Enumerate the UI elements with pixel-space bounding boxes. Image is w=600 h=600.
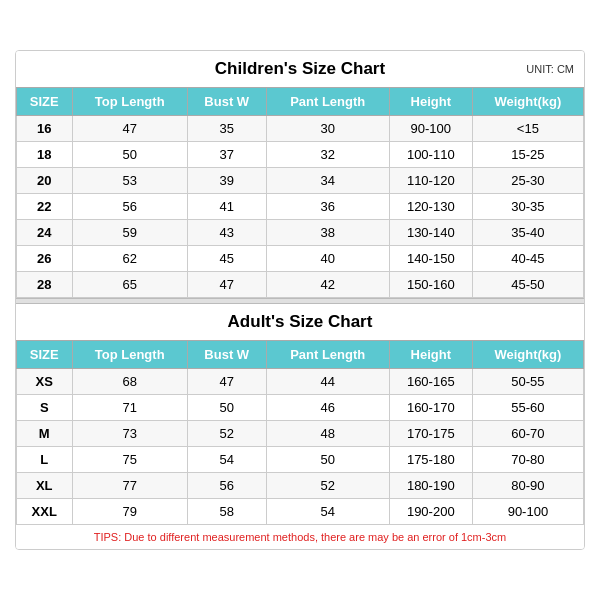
table-row: 20533934110-12025-30 [17, 168, 584, 194]
table-cell: 30-35 [472, 194, 583, 220]
table-cell: 30 [266, 116, 389, 142]
table-cell: 25-30 [472, 168, 583, 194]
table-cell: 68 [72, 369, 187, 395]
adult-title-text: Adult's Size Chart [228, 312, 373, 331]
table-cell: 140-150 [389, 246, 472, 272]
table-row: XL775652180-19080-90 [17, 473, 584, 499]
table-cell: 77 [72, 473, 187, 499]
table-row: L755450175-18070-80 [17, 447, 584, 473]
table-cell: 170-175 [389, 421, 472, 447]
table-cell: S [17, 395, 73, 421]
table-cell: 16 [17, 116, 73, 142]
table-row: 28654742150-16045-50 [17, 272, 584, 298]
children-tbody: 1647353090-100<1518503732100-11015-25205… [17, 116, 584, 298]
children-title-text: Children's Size Chart [215, 59, 385, 78]
table-cell: 48 [266, 421, 389, 447]
table-cell: 130-140 [389, 220, 472, 246]
table-cell: 180-190 [389, 473, 472, 499]
table-row: 24594338130-14035-40 [17, 220, 584, 246]
table-cell: 71 [72, 395, 187, 421]
table-cell: 45 [187, 246, 266, 272]
size-chart-container: Children's Size Chart UNIT: CM SIZETop L… [15, 50, 585, 550]
table-cell: 65 [72, 272, 187, 298]
table-cell: 47 [187, 272, 266, 298]
table-cell: 34 [266, 168, 389, 194]
table-cell: 37 [187, 142, 266, 168]
table-cell: 59 [72, 220, 187, 246]
table-row: 26624540140-15040-45 [17, 246, 584, 272]
table-cell: 20 [17, 168, 73, 194]
table-cell: 18 [17, 142, 73, 168]
table-cell: 47 [72, 116, 187, 142]
table-cell: 60-70 [472, 421, 583, 447]
table-row: M735248170-17560-70 [17, 421, 584, 447]
table-cell: 90-100 [389, 116, 472, 142]
table-cell: 22 [17, 194, 73, 220]
table-cell: 50 [266, 447, 389, 473]
adult-header-cell: Weight(kg) [472, 341, 583, 369]
table-cell: 41 [187, 194, 266, 220]
adult-header-cell: Pant Length [266, 341, 389, 369]
table-cell: 100-110 [389, 142, 472, 168]
table-cell: XXL [17, 499, 73, 525]
adult-header-cell: Top Length [72, 341, 187, 369]
table-cell: 73 [72, 421, 187, 447]
table-row: 22564136120-13030-35 [17, 194, 584, 220]
table-row: 1647353090-100<15 [17, 116, 584, 142]
table-cell: 150-160 [389, 272, 472, 298]
table-cell: 40-45 [472, 246, 583, 272]
table-cell: 54 [266, 499, 389, 525]
table-row: XXL795854190-20090-100 [17, 499, 584, 525]
table-cell: <15 [472, 116, 583, 142]
table-cell: 32 [266, 142, 389, 168]
tips-text: TIPS: Due to different measurement metho… [16, 525, 584, 549]
table-cell: 54 [187, 447, 266, 473]
table-cell: L [17, 447, 73, 473]
table-cell: 43 [187, 220, 266, 246]
table-cell: 79 [72, 499, 187, 525]
children-header-cell: Top Length [72, 88, 187, 116]
table-cell: 50 [72, 142, 187, 168]
table-cell: 160-165 [389, 369, 472, 395]
table-cell: 70-80 [472, 447, 583, 473]
table-row: S715046160-17055-60 [17, 395, 584, 421]
table-cell: 56 [72, 194, 187, 220]
adult-section-title: Adult's Size Chart [16, 304, 584, 340]
table-cell: 38 [266, 220, 389, 246]
table-cell: M [17, 421, 73, 447]
adult-table: SIZETop LengthBust WPant LengthHeightWei… [16, 340, 584, 525]
table-cell: 44 [266, 369, 389, 395]
table-cell: 160-170 [389, 395, 472, 421]
table-cell: 110-120 [389, 168, 472, 194]
table-cell: 80-90 [472, 473, 583, 499]
table-cell: 90-100 [472, 499, 583, 525]
table-cell: 120-130 [389, 194, 472, 220]
children-header-cell: Pant Length [266, 88, 389, 116]
children-header-row: SIZETop LengthBust WPant LengthHeightWei… [17, 88, 584, 116]
table-cell: 47 [187, 369, 266, 395]
table-cell: 39 [187, 168, 266, 194]
table-cell: 56 [187, 473, 266, 499]
table-cell: 190-200 [389, 499, 472, 525]
table-cell: XL [17, 473, 73, 499]
table-cell: 46 [266, 395, 389, 421]
table-cell: 50-55 [472, 369, 583, 395]
unit-label: UNIT: CM [526, 63, 574, 75]
table-cell: 52 [266, 473, 389, 499]
adult-tbody: XS684744160-16550-55S715046160-17055-60M… [17, 369, 584, 525]
adult-header-row: SIZETop LengthBust WPant LengthHeightWei… [17, 341, 584, 369]
table-cell: 50 [187, 395, 266, 421]
children-header-cell: Height [389, 88, 472, 116]
adult-header-cell: SIZE [17, 341, 73, 369]
children-header-cell: Weight(kg) [472, 88, 583, 116]
table-cell: XS [17, 369, 73, 395]
table-cell: 62 [72, 246, 187, 272]
table-cell: 26 [17, 246, 73, 272]
table-cell: 45-50 [472, 272, 583, 298]
table-cell: 35 [187, 116, 266, 142]
table-cell: 36 [266, 194, 389, 220]
table-cell: 53 [72, 168, 187, 194]
adult-header-cell: Bust W [187, 341, 266, 369]
children-header-cell: Bust W [187, 88, 266, 116]
table-cell: 175-180 [389, 447, 472, 473]
